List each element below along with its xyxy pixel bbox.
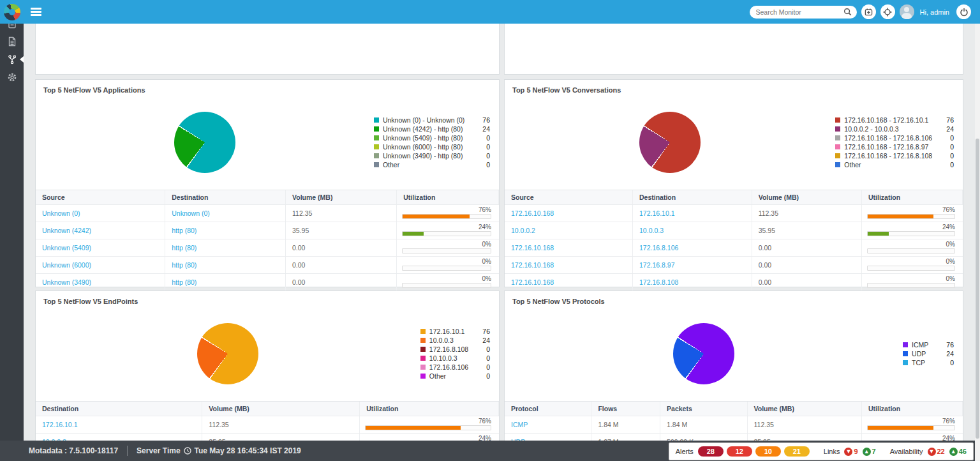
cell-link[interactable]: Unknown (0) xyxy=(42,209,80,217)
cell-link[interactable]: Unknown (4242) xyxy=(42,227,91,234)
search-input[interactable] xyxy=(755,8,843,17)
cell-link[interactable]: Unknown (5409) xyxy=(42,244,91,252)
cell-link[interactable]: 172.16.10.168 xyxy=(511,278,554,286)
search-box[interactable] xyxy=(750,6,857,19)
cell-link[interactable]: http (80) xyxy=(172,244,197,252)
legend-item[interactable]: Unknown (3490) - http (80)0 xyxy=(374,151,490,160)
cell-link[interactable]: Unknown (3490) xyxy=(42,278,91,286)
legend-item[interactable]: 10.0.0.324 xyxy=(420,336,490,345)
logout-button[interactable] xyxy=(956,4,971,19)
cell-link[interactable]: 172.16.10.168 xyxy=(511,209,554,217)
legend-item[interactable]: Other0 xyxy=(420,372,490,381)
legend-item[interactable]: Other0 xyxy=(835,160,954,169)
column-header[interactable]: Utilization xyxy=(862,190,963,204)
utilization-percent: 24% xyxy=(867,223,955,230)
alert-badge[interactable]: 12 xyxy=(727,446,752,457)
cell-link[interactable]: http (80) xyxy=(172,261,197,269)
column-header[interactable]: Flows xyxy=(591,402,660,416)
legend-swatch xyxy=(374,144,379,149)
discovery-button[interactable] xyxy=(880,4,895,19)
cell-link[interactable]: 10.0.0.2 xyxy=(511,227,535,234)
legend-value: 76 xyxy=(482,116,490,124)
legend-item[interactable]: 172.16.10.168 - 172.16.10.176 xyxy=(835,116,954,125)
search-icon[interactable] xyxy=(843,8,852,16)
column-header[interactable]: Volume (MB) xyxy=(286,190,397,204)
sidebar-item-settings[interactable] xyxy=(0,72,24,82)
alert-badge[interactable]: 28 xyxy=(698,446,724,457)
availability-down-count[interactable]: ▼ 22 xyxy=(928,448,945,456)
user-greeting[interactable]: Hi, admin xyxy=(920,8,949,16)
legend-item[interactable]: Unknown (4242) - http (80)24 xyxy=(374,125,490,133)
cell-link[interactable]: 172.16.10.1 xyxy=(42,421,77,428)
table-row: Unknown (0)Unknown (0)112.3576% xyxy=(36,205,499,222)
legend-item[interactable]: Unknown (5409) - http (80)0 xyxy=(374,133,490,142)
legend-swatch xyxy=(835,153,840,158)
column-header[interactable]: Packets xyxy=(660,402,747,416)
alert-badge[interactable]: 10 xyxy=(755,446,781,457)
legend-item[interactable]: 172.16.10.168 - 172.16.8.970 xyxy=(835,142,954,151)
legend-item[interactable]: TCP0 xyxy=(903,358,954,367)
column-header[interactable]: Utilization xyxy=(862,402,963,416)
cell-link[interactable]: 172.16.8.97 xyxy=(639,261,674,269)
legend-value: 0 xyxy=(486,372,490,380)
pie-chart[interactable] xyxy=(174,112,235,173)
cell-link[interactable]: 172.16.10.1 xyxy=(639,209,674,217)
legend-item[interactable]: 172.16.10.168 - 172.16.8.1080 xyxy=(835,151,954,160)
hamburger-menu-icon[interactable] xyxy=(31,6,41,18)
legend-item[interactable]: Unknown (6000) - http (80)0 xyxy=(374,142,490,151)
pie-chart[interactable] xyxy=(197,323,258,384)
cell-link[interactable]: 10.0.0.3 xyxy=(639,227,664,234)
cell-link[interactable]: Unknown (0) xyxy=(172,209,210,217)
legend-swatch xyxy=(420,338,426,343)
legend-item[interactable]: ICMP76 xyxy=(903,340,954,349)
cell-link[interactable]: Unknown (6000) xyxy=(42,261,91,269)
column-header[interactable]: Utilization xyxy=(397,190,499,204)
legend-item[interactable]: Unknown (0) - Unknown (0)76 xyxy=(374,116,490,125)
legend-item[interactable]: 10.0.0.2 - 10.0.0.324 xyxy=(835,125,954,133)
legend-item[interactable]: 172.16.8.1080 xyxy=(420,345,490,354)
availability-up-count[interactable]: ▲ 46 xyxy=(949,448,967,456)
legend-item[interactable]: UDP24 xyxy=(903,349,954,358)
legend-label: TCP xyxy=(912,359,943,367)
add-device-button[interactable] xyxy=(861,4,876,19)
legend-item[interactable]: 10.10.0.30 xyxy=(420,354,490,363)
cell-link[interactable]: 172.16.10.168 xyxy=(511,244,554,252)
legend-item[interactable]: 172.16.10.168 - 172.16.8.1060 xyxy=(835,133,954,142)
pie-chart[interactable] xyxy=(673,323,734,384)
legend-item[interactable]: 172.16.8.1060 xyxy=(420,363,490,372)
vertical-scrollbar[interactable] xyxy=(975,24,980,461)
server-time-label: Server Time xyxy=(137,446,181,455)
links-up-count[interactable]: ▲ 7 xyxy=(863,448,876,456)
column-header[interactable]: Source xyxy=(505,190,633,204)
cell-link[interactable]: 172.16.10.168 xyxy=(511,261,554,269)
column-header[interactable]: Volume (MB) xyxy=(202,402,360,416)
column-header[interactable]: Volume (MB) xyxy=(752,190,862,204)
legend-item[interactable]: 172.16.10.176 xyxy=(420,327,490,336)
column-header[interactable]: Protocol xyxy=(505,402,591,416)
pie-chart[interactable] xyxy=(639,112,701,173)
cell-link[interactable]: 172.16.8.108 xyxy=(639,278,678,286)
table-cell: http (80) xyxy=(165,257,286,273)
column-header[interactable]: Destination xyxy=(165,190,286,204)
cell-link[interactable]: http (80) xyxy=(172,227,197,234)
column-header[interactable]: Utilization xyxy=(360,402,499,416)
legend-item[interactable]: Other0 xyxy=(374,160,490,169)
cell-link[interactable]: ICMP xyxy=(511,421,528,428)
utilization-bar xyxy=(867,425,955,430)
sidebar-item-reports[interactable] xyxy=(0,36,24,47)
column-header[interactable]: Destination xyxy=(633,190,752,204)
legend-label: 10.10.0.3 xyxy=(429,354,475,362)
avatar[interactable] xyxy=(900,4,914,19)
app-logo[interactable] xyxy=(0,0,24,24)
column-header[interactable]: Destination xyxy=(36,402,202,416)
links-down-count[interactable]: ▼ 9 xyxy=(844,448,858,456)
document-icon xyxy=(7,36,17,47)
scrollbar-thumb[interactable] xyxy=(976,139,979,439)
cell-link[interactable]: 172.16.8.106 xyxy=(639,244,678,252)
sidebar-item-dashboard[interactable] xyxy=(0,24,24,29)
column-header[interactable]: Source xyxy=(36,190,165,204)
table-cell: http (80) xyxy=(165,239,286,256)
cell-link[interactable]: http (80) xyxy=(172,278,197,286)
alert-badge[interactable]: 21 xyxy=(784,446,810,457)
column-header[interactable]: Volume (MB) xyxy=(748,402,863,416)
